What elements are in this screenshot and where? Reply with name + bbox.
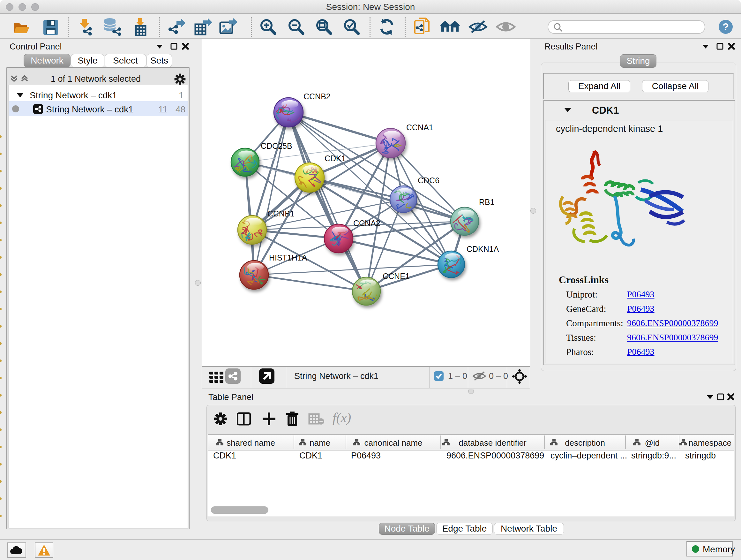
svg-text:CDC6: CDC6 [418,176,440,185]
svg-text:CDC25B: CDC25B [261,141,292,150]
svg-text:CDKN1A: CDKN1A [467,245,499,253]
svg-text:CCNA1: CCNA1 [406,123,433,132]
svg-text:CCNE1: CCNE1 [383,272,410,281]
svg-text:CDK1: CDK1 [325,154,346,163]
svg-text:RB1: RB1 [479,198,495,206]
svg-text:CCNB2: CCNB2 [304,92,331,101]
svg-text:CCNA2: CCNA2 [353,219,381,228]
svg-text:HIST1H1A: HIST1H1A [269,253,307,262]
svg-text:CCNB1: CCNB1 [267,209,294,218]
